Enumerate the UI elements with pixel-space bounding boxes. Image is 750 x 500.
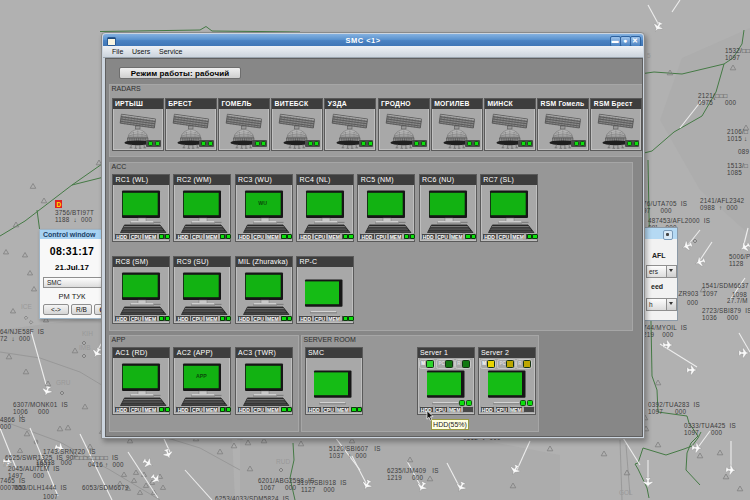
svg-text:D: D	[57, 201, 62, 208]
